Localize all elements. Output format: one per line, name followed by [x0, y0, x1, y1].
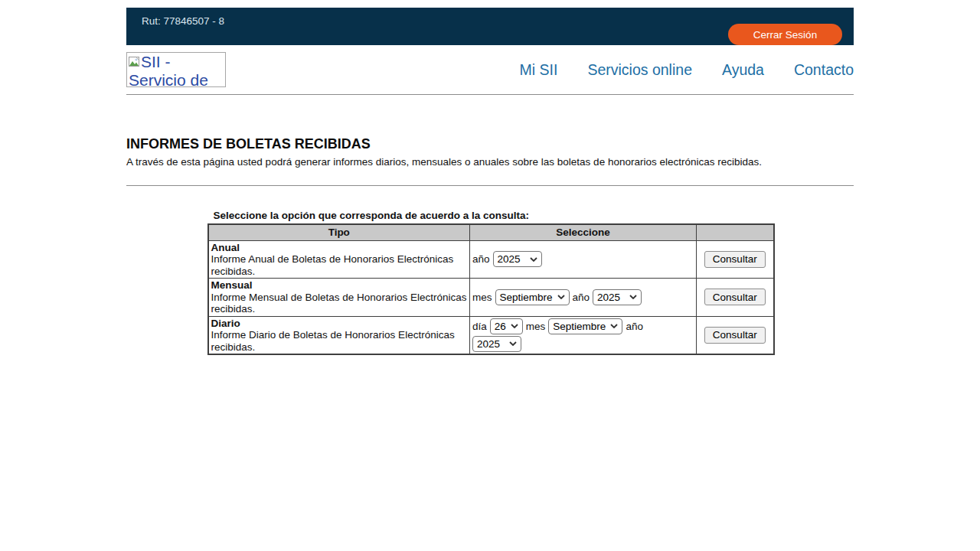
logo-alt-text: SII - Servicio de [129, 53, 208, 87]
anual-action-cell: Consultar [697, 240, 774, 279]
diario-type-label: Diario [211, 318, 240, 329]
mensual-year-label: año [573, 292, 590, 303]
nav-ayuda[interactable]: Ayuda [722, 61, 764, 79]
rut-label: Rut: 77846507 - 8 [142, 15, 224, 27]
site-header: SII - Servicio de Mi SII Servicios onlin… [126, 45, 854, 94]
diario-year-select[interactable]: 2025 [472, 336, 521, 352]
diario-day-label: día [472, 321, 487, 332]
diario-month-select[interactable]: Septiembre [548, 318, 622, 334]
mensual-year-select[interactable]: 2025 [593, 289, 642, 305]
column-header-seleccione: Seleccione [470, 224, 697, 240]
diario-action-cell: Consultar [697, 316, 774, 354]
anual-year-select[interactable]: 2025 [493, 251, 542, 267]
diario-year-label: año [626, 321, 643, 332]
mensual-month-select[interactable]: Septiembre [495, 289, 570, 305]
instruction-text: Seleccione la opción que corresponda de … [207, 210, 773, 221]
anual-type-label: Anual [211, 242, 240, 253]
diario-day-value: 26 [495, 321, 506, 332]
table-row-mensual: Mensual Informe Mensual de Boletas de Ho… [208, 279, 774, 317]
reports-table: Tipo Seleccione Anual Informe Anual de B… [207, 223, 775, 355]
anual-year-label: año [472, 253, 490, 265]
logout-button[interactable]: Cerrar Sesión [728, 24, 842, 45]
consult-section: Seleccione la opción que corresponda de … [207, 210, 773, 355]
mensual-month-value: Septiembre [500, 292, 553, 303]
broken-logo-image: SII - Servicio de [126, 52, 226, 87]
chevron-down-icon [511, 324, 518, 328]
column-header-tipo: Tipo [208, 224, 470, 240]
anual-consultar-button[interactable]: Consultar [704, 251, 766, 268]
session-bar: Rut: 77846507 - 8 Cerrar Sesión [126, 8, 854, 45]
diario-month-value: Septiembre [553, 321, 606, 332]
diario-consultar-button[interactable]: Consultar [704, 327, 766, 344]
content-divider [126, 185, 854, 186]
chevron-down-icon [557, 295, 565, 299]
page-title: INFORMES DE BOLETAS RECIBIDAS [126, 136, 854, 152]
mensual-description: Informe Mensual de Boletas de Honorarios… [211, 292, 467, 315]
nav-servicios-online[interactable]: Servicios online [587, 61, 692, 79]
chevron-down-icon [530, 257, 537, 262]
chevron-down-icon [509, 341, 517, 346]
anual-type-cell: Anual Informe Anual de Boletas de Honora… [208, 240, 470, 279]
broken-image-icon [129, 53, 140, 71]
mensual-type-label: Mensual [211, 279, 253, 291]
page-subtitle: A través de esta página usted podrá gene… [126, 156, 854, 168]
diario-year-value: 2025 [477, 338, 500, 350]
diario-select-cell: día 26 mes Septiembre año [470, 316, 697, 354]
mensual-consultar-button[interactable]: Consultar [704, 289, 766, 305]
table-row-anual: Anual Informe Anual de Boletas de Honora… [208, 240, 774, 279]
diario-month-label: mes [526, 321, 546, 332]
diario-type-cell: Diario Informe Diario de Boletas de Hono… [208, 316, 470, 354]
header-divider [126, 94, 854, 95]
diario-description: Informe Diario de Boletas de Honorarios … [211, 329, 455, 353]
chevron-down-icon [610, 324, 618, 328]
chevron-down-icon [629, 295, 637, 299]
main-nav: Mi SII Servicios online Ayuda Contacto [520, 61, 854, 79]
nav-contacto[interactable]: Contacto [794, 61, 854, 79]
anual-description: Informe Anual de Boletas de Honorarios E… [211, 253, 454, 277]
anual-select-cell: año 2025 [470, 240, 697, 279]
table-row-diario: Diario Informe Diario de Boletas de Hono… [208, 316, 774, 354]
table-header-row: Tipo Seleccione [208, 224, 774, 240]
mensual-action-cell: Consultar [697, 279, 774, 317]
column-header-actions [697, 224, 774, 240]
page-container: Rut: 77846507 - 8 Cerrar Sesión SII - Se… [126, 8, 854, 355]
mensual-select-cell: mes Septiembre año 2025 [470, 279, 697, 317]
diario-day-select[interactable]: 26 [490, 318, 523, 334]
anual-year-value: 2025 [498, 253, 521, 265]
mensual-type-cell: Mensual Informe Mensual de Boletas de Ho… [208, 279, 470, 317]
nav-mi-sii[interactable]: Mi SII [520, 61, 558, 79]
sii-logo-link[interactable]: SII - Servicio de [126, 52, 226, 87]
mensual-month-label: mes [472, 292, 492, 303]
mensual-year-value: 2025 [597, 292, 620, 303]
